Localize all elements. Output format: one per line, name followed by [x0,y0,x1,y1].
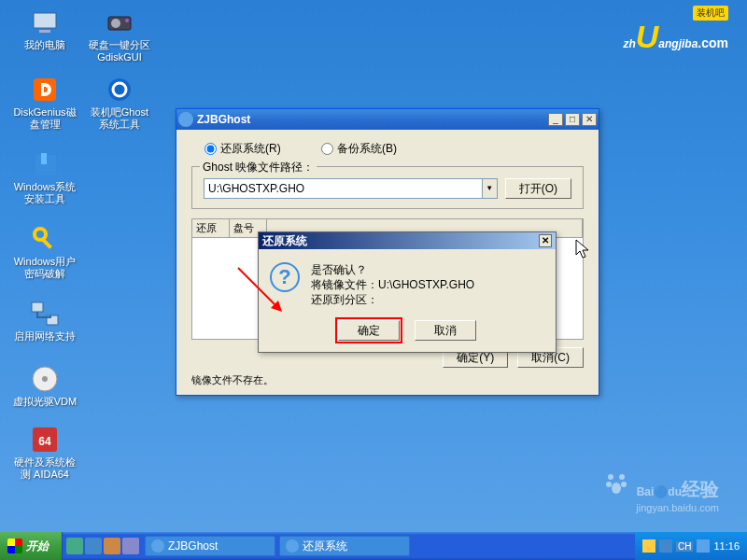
task-app-icon [286,539,299,553]
tray-icon[interactable] [697,539,710,553]
diskgenius-icon [30,75,60,105]
aida64-icon: 64 [30,425,60,455]
desktop-icon-my-computer[interactable]: 我的电脑 [11,7,78,51]
hdd-icon [105,7,134,37]
confirm-close-button[interactable]: ✕ [539,234,552,247]
confirm-titlebar[interactable]: 还原系统 ✕ [259,232,556,249]
svg-point-22 [612,483,621,494]
radio-backup[interactable]: 备份系统(B) [321,142,397,155]
desktop-icon-zjbghost[interactable]: 装机吧Ghost系统工具 [86,75,153,131]
clock[interactable]: 11:16 [713,540,740,552]
desktop-icon-gdisk[interactable]: 硬盘一键分区GdiskGUI [86,7,153,63]
windows-flag-icon [7,539,22,553]
svg-rect-11 [40,237,52,249]
cd-icon [30,364,60,394]
language-indicator[interactable]: CH [676,541,693,552]
minimize-button[interactable]: _ [548,113,563,126]
confirm-title: 还原系统 [262,233,307,249]
app-icon [178,112,193,127]
tray-app-icon[interactable] [659,539,672,553]
ql-browser-icon[interactable] [85,538,102,554]
desktop-icon-diskgenius[interactable]: DiskGenius磁盘管理 [11,75,78,131]
desktop-icon-network[interactable]: 启用网络支持 [11,299,78,343]
watermark-logo: zhUangjiba.com [623,19,728,55]
ql-desktop-icon[interactable] [66,538,83,554]
path-groupbox: Ghost 映像文件路径： ▼ 打开(O) [191,166,584,209]
svg-rect-9 [41,153,47,164]
desktop-icon-vdm[interactable]: 虚拟光驱VDM [11,364,78,408]
svg-point-15 [42,376,48,382]
network-icon [30,299,60,329]
dropdown-button[interactable]: ▼ [483,178,498,199]
svg-point-4 [125,19,129,22]
ql-tool-icon[interactable] [104,538,120,554]
window-title: ZJBGhost [197,113,546,126]
desktop-icon-password[interactable]: Windows用户密码破解 [11,224,78,280]
quick-launch [63,538,143,554]
path-group-label: Ghost 映像文件路径： [200,160,317,175]
svg-point-21 [621,482,627,487]
ghost-tool-icon [105,75,134,105]
question-icon: ? [270,262,300,292]
desktop-icon-wininstall[interactable]: Windows系统安装工具 [11,149,78,205]
titlebar[interactable]: ZJBGhost _ □ ✕ [176,109,599,130]
key-icon [30,224,60,254]
svg-rect-5 [34,78,56,101]
svg-text:64: 64 [38,435,51,448]
taskbar-item-restore[interactable]: 还原系统 [279,536,410,556]
windows-install-icon [30,149,60,179]
confirm-message: 是否确认？ 将镜像文件：U:\GHOSTXP.GHO 还原到分区： [311,262,474,307]
svg-rect-0 [34,13,56,28]
open-button[interactable]: 打开(O) [505,178,571,199]
svg-point-18 [608,474,613,480]
taskbar-item-zjbghost[interactable]: ZJBGhost [145,536,275,556]
watermark-baidu: Bai🔵du经验 jingyan.baidu.com [603,469,719,513]
close-button[interactable]: ✕ [582,113,597,126]
svg-rect-25 [697,539,710,553]
svg-rect-1 [39,30,50,33]
svg-point-20 [606,482,612,487]
confirm-dialog: 还原系统 ✕ ? 是否确认？ 将镜像文件：U:\GHOSTXP.GHO 还原到分… [258,231,557,353]
system-tray: CH 11:16 [635,532,747,560]
confirm-ok-button[interactable]: 确定 [338,320,400,341]
confirm-cancel-button[interactable]: 取消 [415,320,476,341]
taskbar: 开始 ZJBGhost 还原系统 CH 11:16 [0,532,747,560]
svg-rect-12 [32,302,43,312]
computer-icon [30,7,60,37]
svg-point-3 [111,19,120,28]
path-input[interactable] [204,178,483,199]
svg-point-10 [35,229,46,240]
start-button[interactable]: 开始 [0,532,63,560]
tray-shield-icon[interactable] [642,539,655,553]
desktop-icon-aida64[interactable]: 64 硬件及系统检测 AIDA64 [11,425,78,481]
path-combobox[interactable]: ▼ [204,178,498,199]
radio-restore[interactable]: 还原系统(R) [204,142,281,155]
status-text: 镜像文件不存在。 [191,373,584,387]
task-app-icon [151,539,164,553]
maximize-button[interactable]: □ [565,113,580,126]
svg-point-19 [619,474,625,480]
ql-app-icon[interactable] [122,538,139,554]
